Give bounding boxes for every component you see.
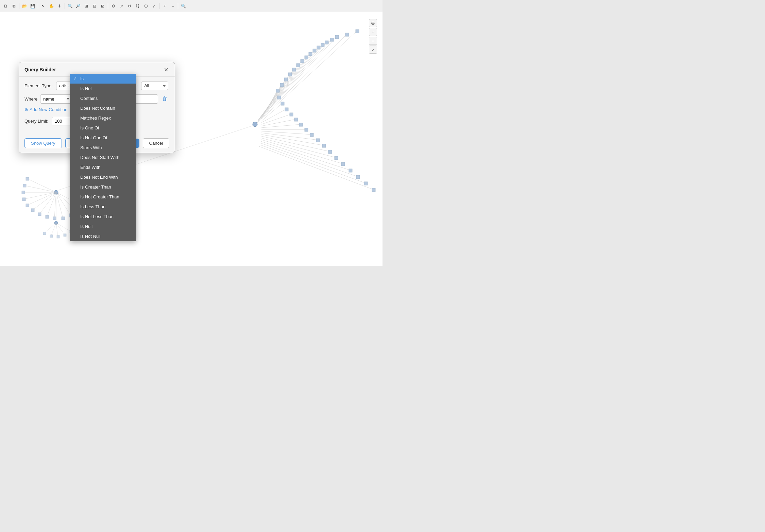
svg-line-100 <box>51 223 56 236</box>
close-button[interactable]: ✕ <box>163 66 169 73</box>
dropdown-item-does-not-end-with[interactable]: Does Not End With <box>70 172 136 182</box>
map-controls: ⊕ + − ⤢ <box>369 19 377 54</box>
open-icon[interactable]: 📂 <box>21 2 28 10</box>
zoom-fit-icon[interactable]: ⊞ <box>83 2 90 10</box>
toolbar-separator-2 <box>38 3 38 9</box>
svg-line-3 <box>257 34 347 122</box>
svg-line-61 <box>261 141 350 170</box>
search-icon[interactable]: 🔍 <box>180 2 187 10</box>
toolbar-separator-5 <box>159 3 159 9</box>
svg-rect-30 <box>284 78 288 81</box>
svg-rect-10 <box>325 41 328 44</box>
dropdown-item-is-not-greater-than[interactable]: Is Not Greater Than <box>70 192 136 202</box>
scatter-icon[interactable]: ⁘ <box>161 2 168 10</box>
add-condition-link[interactable]: ⊕ Add New Condition <box>24 107 67 112</box>
move-icon[interactable]: ✛ <box>56 2 63 10</box>
dropdown-item-starts-with[interactable]: Starts With <box>70 143 136 153</box>
dropdown-item-is-not-one-of[interactable]: Is Not One Of <box>70 133 136 143</box>
zoom-sel-icon[interactable]: ⊠ <box>99 2 106 10</box>
plus-icon: + <box>372 29 374 35</box>
svg-rect-101 <box>50 235 53 237</box>
show-query-button[interactable]: Show Query <box>24 138 62 148</box>
svg-line-51 <box>261 133 318 140</box>
dropdown-item-contains[interactable]: Contains <box>70 93 136 103</box>
collapse-icon[interactable]: ↙ <box>150 2 158 10</box>
new-icon[interactable]: 🗋 <box>2 2 10 10</box>
svg-line-70 <box>27 179 56 192</box>
svg-rect-87 <box>53 217 56 220</box>
svg-rect-62 <box>349 169 352 172</box>
svg-rect-77 <box>22 198 26 201</box>
dropdown-item-does-not-start-with[interactable]: Does Not Start With <box>70 153 136 162</box>
svg-rect-105 <box>64 234 66 236</box>
refresh-icon[interactable]: ↺ <box>126 2 133 10</box>
cancel-button[interactable]: Cancel <box>143 138 169 148</box>
nodes-icon[interactable]: ⬡ <box>142 2 150 10</box>
svg-rect-89 <box>62 217 65 220</box>
svg-rect-48 <box>305 128 308 131</box>
dropdown-item-does-not-contain[interactable]: Does Not Contain <box>70 103 136 113</box>
toolbar: 🗋 ⧉ 📂 💾 ↖ ✋ ✛ 🔍 🔎 ⊞ ⊡ ⊠ ⚙ ↗ ↺ ⛓ ⬡ ↙ ⁘ ⌁ … <box>0 0 382 12</box>
svg-rect-38 <box>281 102 284 105</box>
operator-dropdown[interactable]: Is Is Not Contains Does Not Contain Matc… <box>70 74 136 241</box>
zoom-out-icon[interactable]: 🔎 <box>74 2 82 10</box>
fit-button[interactable]: ⤢ <box>369 46 377 54</box>
svg-rect-73 <box>23 184 26 187</box>
svg-line-49 <box>261 131 311 135</box>
dialog-title: Query Builder <box>24 67 56 72</box>
save-icon[interactable]: 💾 <box>29 2 36 10</box>
svg-rect-50 <box>310 133 313 137</box>
expand-icon[interactable]: ↗ <box>118 2 125 10</box>
svg-rect-22 <box>301 59 304 63</box>
dropdown-item-is-not-less-than[interactable]: Is Not Less Than <box>70 212 136 221</box>
svg-rect-28 <box>288 73 292 76</box>
svg-rect-54 <box>322 144 326 147</box>
pan-icon[interactable]: ✋ <box>48 2 55 10</box>
zoom-out-button[interactable]: − <box>369 37 377 45</box>
row-limit-label: Query Limit: <box>24 119 48 124</box>
query-builder-dialog: Query Builder ✕ Element Type: artist alb… <box>19 62 175 153</box>
svg-rect-44 <box>294 118 298 121</box>
select-icon[interactable]: ↖ <box>39 2 47 10</box>
svg-line-63 <box>260 143 358 177</box>
layout-icon[interactable]: ⚙ <box>109 2 117 10</box>
svg-rect-8 <box>330 38 334 41</box>
svg-rect-85 <box>46 215 49 218</box>
connect-icon[interactable]: ⌁ <box>169 2 176 10</box>
dropdown-item-is-not-null[interactable]: Is Not Null <box>70 231 136 241</box>
svg-rect-20 <box>305 56 308 59</box>
svg-rect-58 <box>335 156 338 160</box>
svg-rect-99 <box>43 232 46 235</box>
dropdown-item-ends-with[interactable]: Ends With <box>70 162 136 172</box>
svg-rect-16 <box>313 49 316 52</box>
svg-rect-68 <box>372 188 375 192</box>
dropdown-item-is-null[interactable]: Is Null <box>70 221 136 231</box>
svg-line-5 <box>258 37 337 121</box>
dropdown-item-is-greater-than[interactable]: Is Greater Than <box>70 182 136 192</box>
svg-line-53 <box>261 135 324 145</box>
zoom-in-button[interactable]: + <box>369 28 377 36</box>
link-icon[interactable]: ⛓ <box>134 2 141 10</box>
dialog-body: Element Type: artist album song genre Co… <box>19 77 175 135</box>
svg-rect-75 <box>22 191 25 194</box>
delete-condition-button[interactable]: 🗑 <box>161 94 169 104</box>
add-condition-label: Add New Condition <box>30 107 67 112</box>
zoom-in-icon[interactable]: 🔍 <box>66 2 74 10</box>
dropdown-item-is[interactable]: Is <box>70 74 136 84</box>
svg-rect-4 <box>345 33 349 36</box>
svg-rect-71 <box>26 177 29 180</box>
field-select[interactable]: name id genre year <box>40 94 72 104</box>
dropdown-item-is-one-of[interactable]: Is One Of <box>70 123 136 133</box>
graph-canvas[interactable]: ⊕ + − ⤢ Query Builder ✕ Element Type: <box>0 12 382 266</box>
svg-rect-34 <box>276 89 279 92</box>
svg-line-1 <box>257 31 357 123</box>
dropdown-item-matches-regex[interactable]: Matches Regex <box>70 113 136 123</box>
compass-button[interactable]: ⊕ <box>369 19 377 27</box>
dropdown-item-is-not[interactable]: Is Not <box>70 84 136 93</box>
dropdown-item-is-less-than[interactable]: Is Less Than <box>70 202 136 212</box>
svg-rect-12 <box>321 43 324 47</box>
zoom-reset-icon[interactable]: ⊡ <box>91 2 98 10</box>
svg-rect-66 <box>364 182 368 185</box>
copy-icon[interactable]: ⧉ <box>10 2 18 10</box>
conditions-met-select[interactable]: All Any <box>141 82 168 90</box>
